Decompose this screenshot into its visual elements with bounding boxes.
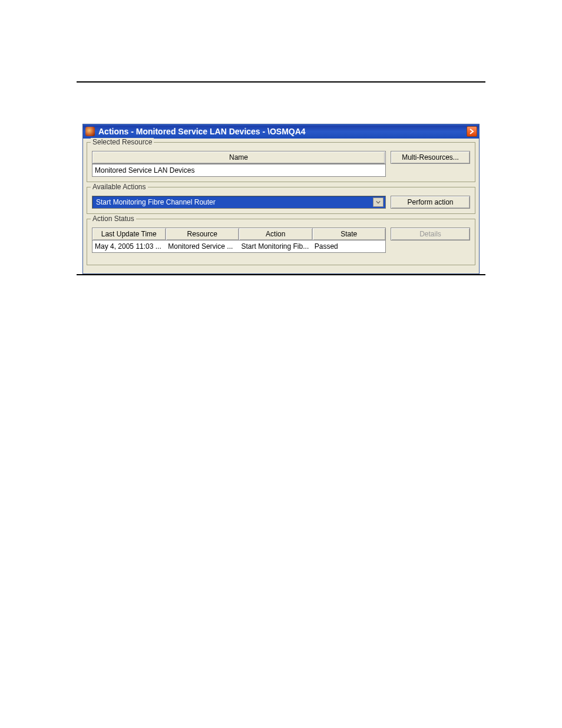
details-button: Details — [391, 228, 470, 241]
status-table-header: Last Update Time Resource Action State — [92, 228, 385, 240]
top-separator — [77, 81, 485, 83]
action-status-legend: Action Status — [91, 215, 136, 223]
action-cell: Start Monitoring Fib... — [239, 241, 312, 252]
multi-resources-button[interactable]: Multi-Resources... — [391, 151, 470, 164]
chevron-right-icon — [469, 129, 475, 134]
available-actions-legend: Available Actions — [91, 183, 148, 191]
action-dropdown[interactable]: Start Monitoring Fibre Channel Router — [92, 196, 386, 209]
resource-name-cell[interactable]: Monitored Service LAN Devices — [92, 164, 385, 176]
close-button[interactable] — [467, 126, 477, 137]
table-row[interactable]: May 4, 2005 11:03 ... Monitored Service … — [92, 240, 385, 252]
resource-header[interactable]: Resource — [166, 228, 240, 240]
selected-resource-fieldset: Selected Resource Name Monitored Service… — [87, 142, 475, 182]
resource-cell: Monitored Service ... — [166, 241, 239, 252]
name-column-header[interactable]: Name — [92, 151, 385, 164]
last-update-header[interactable]: Last Update Time — [92, 228, 166, 240]
resource-name-table: Name Monitored Service LAN Devices — [92, 151, 386, 177]
action-header[interactable]: Action — [239, 228, 313, 240]
window-content: Selected Resource Name Monitored Service… — [83, 139, 479, 274]
window-title: Actions - Monitored Service LAN Devices … — [98, 127, 306, 136]
selected-resource-legend: Selected Resource — [91, 138, 154, 146]
action-status-table: Last Update Time Resource Action State M… — [92, 228, 386, 253]
available-actions-fieldset: Available Actions Start Monitoring Fibre… — [87, 187, 475, 214]
app-icon — [85, 127, 95, 136]
last-update-cell: May 4, 2005 11:03 ... — [92, 241, 166, 252]
perform-action-button[interactable]: Perform action — [391, 196, 470, 209]
action-dropdown-value: Start Monitoring Fibre Channel Router — [96, 198, 216, 206]
state-header[interactable]: State — [313, 228, 386, 240]
bottom-separator — [77, 274, 485, 275]
state-cell: Passed — [312, 241, 385, 252]
actions-window: Actions - Monitored Service LAN Devices … — [82, 124, 480, 274]
dropdown-arrow-button[interactable] — [373, 197, 384, 207]
chevron-down-icon — [376, 200, 381, 204]
action-status-fieldset: Action Status Last Update Time Resource … — [87, 219, 475, 265]
titlebar: Actions - Monitored Service LAN Devices … — [83, 124, 479, 139]
